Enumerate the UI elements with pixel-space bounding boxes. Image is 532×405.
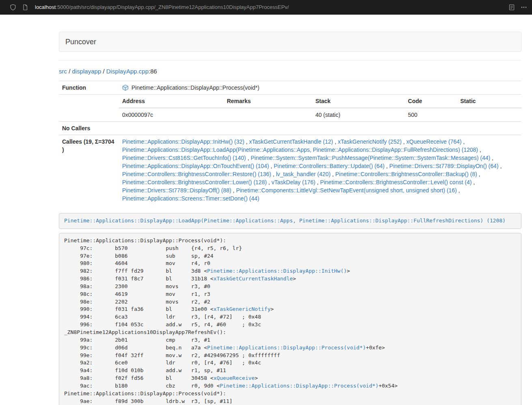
stats-header-row: Address Remarks Stack Code Static: [119, 95, 521, 108]
callee-link[interactable]: Pinetime::Drivers::Cst816S::GetTouchInfo…: [122, 155, 246, 161]
url-bar[interactable]: localhost:5000/path/src/displayapp/Displ…: [35, 4, 499, 10]
callee-link[interactable]: Pinetime::Controllers::BrightnessControl…: [335, 171, 477, 177]
page-info-icon[interactable]: [22, 4, 28, 11]
symbol-link[interactable]: Pinetime::Applications::DisplayApp::Proc…: [207, 345, 366, 351]
disassembly-block: Pinetime::Applications::DisplayApp::Proc…: [59, 233, 521, 405]
callees-label: Callees (19, Σ=3704 ): [59, 135, 119, 205]
app-header: Puncover: [59, 32, 521, 52]
col-stack: Stack: [312, 95, 405, 108]
callee-link[interactable]: Pinetime::Controllers::BrightnessControl…: [320, 179, 472, 185]
symbol-table: Function Pinetime::Applications::Display…: [59, 81, 521, 205]
callee-link[interactable]: Pinetime::Applications::DisplayApp::Init…: [122, 138, 244, 145]
callee-link[interactable]: lv_task_handler (420): [276, 171, 331, 177]
col-remarks: Remarks: [224, 95, 312, 108]
reader-mode-icon[interactable]: [508, 4, 515, 11]
url-path: :5000/path/src/displayapp/DisplayApp.cpp…: [56, 4, 289, 10]
disassembly-code: Pinetime::Applications::DisplayApp::Proc…: [64, 237, 398, 405]
stats-table: Address Remarks Stack Code Static 0x0000…: [119, 95, 521, 121]
function-row: Function Pinetime::Applications::Display…: [59, 81, 521, 95]
main-content: Puncover src / displayapp / DisplayApp.c…: [59, 15, 521, 405]
shield-icon[interactable]: [10, 4, 16, 11]
symbol-link[interactable]: Pinetime::Applications::DisplayApp::Proc…: [220, 383, 379, 389]
symbol-link[interactable]: xTaskGenericNotify: [213, 306, 271, 312]
callee-link[interactable]: xTaskGenericNotify (252): [338, 138, 401, 145]
callees-list: Pinetime::Applications::DisplayApp::Init…: [119, 135, 521, 205]
menu-icon[interactable]: [521, 4, 527, 11]
function-name: Pinetime::Applications::DisplayApp::Proc…: [131, 84, 259, 91]
browser-topbar: localhost:5000/path/src/displayapp/Displ…: [0, 0, 532, 15]
symbol-link[interactable]: xQueueReceive: [213, 375, 255, 381]
callee-link[interactable]: xQueueReceive (764): [406, 138, 461, 145]
stack-value: 40 (static): [312, 108, 405, 121]
symbol-link[interactable]: Pinetime::Applications::DisplayApp::Init…: [207, 268, 347, 274]
breadcrumb: src / displayapp / DisplayApp.cpp:86: [59, 67, 521, 76]
symbol-link[interactable]: xTaskGetCurrentTaskHandle: [213, 276, 293, 282]
function-type-icon: [122, 84, 129, 91]
no-callers-label: No Callers: [59, 122, 119, 135]
col-code: Code: [405, 95, 457, 108]
callee-link[interactable]: Pinetime::Drivers::St7789::DisplayOn() (…: [389, 163, 498, 169]
function-label: Function: [59, 81, 119, 95]
code-value: 500: [405, 108, 457, 121]
callers-row: No Callers: [59, 122, 521, 135]
highlighted-symbol-block: Pinetime::Applications::DisplayApp::Load…: [59, 213, 521, 229]
stats-value-row: 0x0000097c 40 (static) 500: [119, 108, 521, 121]
callers-list: [119, 122, 521, 135]
callee-link[interactable]: Pinetime::Applications::DisplayApp::OnTo…: [122, 163, 269, 169]
brand-link[interactable]: Puncover: [65, 38, 96, 46]
url-host: localhost: [35, 4, 56, 10]
stats-row: Address Remarks Stack Code Static 0x0000…: [59, 95, 521, 122]
spacer-cell: [59, 95, 119, 122]
callee-link[interactable]: Pinetime::Controllers::BrightnessControl…: [122, 179, 267, 185]
callee-link[interactable]: Pinetime::Components::LittleVgl::SetNewT…: [236, 187, 457, 194]
callee-link[interactable]: xTaskGetCurrentTaskHandle (12): [249, 138, 333, 145]
col-address: Address: [119, 95, 224, 108]
callee-link[interactable]: Pinetime::System::SystemTask::PushMessag…: [251, 155, 491, 161]
callee-link[interactable]: Pinetime::Applications::DisplayApp::Load…: [122, 146, 478, 153]
col-static: Static: [457, 95, 521, 108]
breadcrumb-link[interactable]: DisplayApp.cpp: [106, 68, 149, 75]
breadcrumb-link[interactable]: src: [59, 68, 67, 75]
callees-row: Callees (19, Σ=3704 ) Pinetime::Applicat…: [59, 135, 521, 205]
content-divider: [59, 60, 521, 60]
highlighted-symbol-link[interactable]: Pinetime::Applications::DisplayApp::Load…: [64, 218, 506, 224]
callee-link[interactable]: Pinetime::Controllers::BrightnessControl…: [122, 171, 271, 177]
address-value: 0x0000097c: [119, 108, 224, 121]
callee-link[interactable]: Pinetime::Applications::Screens::Timer::…: [122, 195, 259, 202]
static-value: [457, 108, 521, 121]
remarks-value: [224, 108, 312, 121]
breadcrumb-link[interactable]: displayapp: [72, 68, 101, 75]
callee-link[interactable]: Pinetime::Drivers::St7789::DisplayOff() …: [122, 187, 231, 194]
callee-link[interactable]: Pinetime::Controllers::Battery::Update()…: [274, 163, 385, 169]
callee-link[interactable]: vTaskDelay (176): [271, 179, 315, 185]
